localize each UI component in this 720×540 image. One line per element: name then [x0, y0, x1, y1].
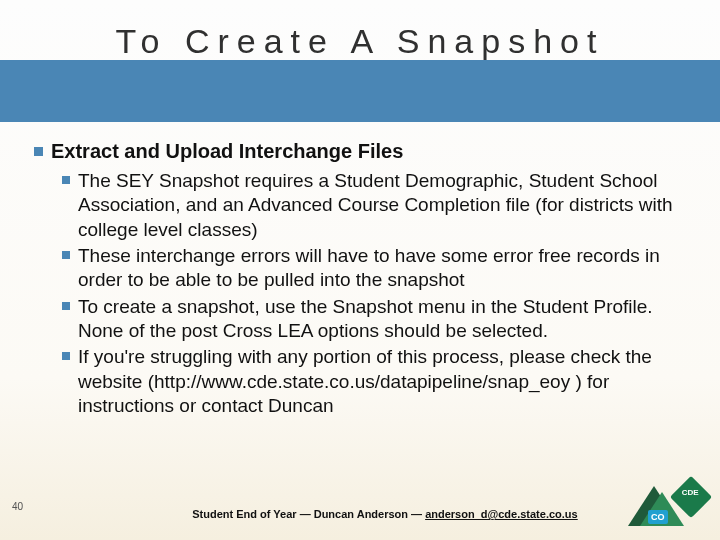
sub-bullet: If you're struggling with any portion of…	[62, 345, 686, 418]
co-badge: CO	[648, 510, 668, 524]
footer-line: Student End of Year — Duncan Anderson — …	[160, 508, 610, 520]
slide-title: To Create A Snapshot	[0, 22, 720, 61]
bullet-icon	[34, 147, 43, 156]
content-area: Extract and Upload Interchange Files The…	[34, 140, 686, 420]
sub-bullet-list: The SEY Snapshot requires a Student Demo…	[34, 169, 686, 418]
bullet-icon	[62, 251, 70, 259]
cde-logo: CO CDE	[628, 482, 706, 526]
sub-bullet: The SEY Snapshot requires a Student Demo…	[62, 169, 686, 242]
sub-bullet: To create a snapshot, use the Snapshot m…	[62, 295, 686, 344]
page-number: 40	[12, 501, 23, 512]
sub-bullet-text: To create a snapshot, use the Snapshot m…	[78, 295, 686, 344]
footer-email-link[interactable]: anderson_d@cde.state.co.us	[425, 508, 578, 520]
main-bullet: Extract and Upload Interchange Files	[34, 140, 686, 163]
title-band	[0, 60, 720, 122]
cde-badge-text: CDE	[682, 488, 699, 497]
sub-bullet-text: The SEY Snapshot requires a Student Demo…	[78, 169, 686, 242]
footer-text: Student End of Year — Duncan Anderson —	[192, 508, 425, 520]
sub-bullet-text: If you're struggling with any portion of…	[78, 345, 686, 418]
bullet-icon	[62, 352, 70, 360]
bullet-icon	[62, 302, 70, 310]
sub-bullet: These interchange errors will have to ha…	[62, 244, 686, 293]
main-bullet-text: Extract and Upload Interchange Files	[51, 140, 403, 163]
bullet-icon	[62, 176, 70, 184]
sub-bullet-text: These interchange errors will have to ha…	[78, 244, 686, 293]
